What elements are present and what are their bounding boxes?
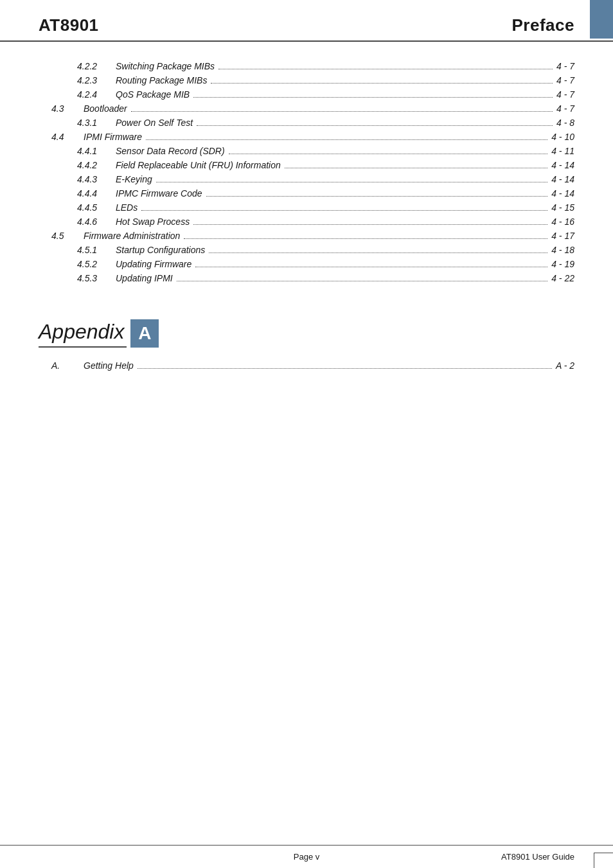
toc-page: 4 - 7 [556,75,574,85]
toc-title: Sensor Data Record (SDR) [116,146,225,156]
toc-title: Hot Swap Process [116,217,190,227]
toc-entry: 4.2.4QoS Package MIB4 - 7 [64,89,574,100]
toc-entry: 4.4.2Field Replaceable Unit (FRU) Inform… [64,160,574,170]
toc-entry: 4.4.3E-Keying4 - 14 [64,174,574,184]
toc-number: 4.4 [51,132,84,142]
toc-page: 4 - 14 [551,174,574,184]
toc-dots [206,196,548,197]
tab-bookmark [590,0,613,39]
toc-dots [184,238,547,239]
toc-page: 4 - 14 [551,188,574,199]
toc-title: Field Replaceable Unit (FRU) Information [116,160,281,170]
toc-entry: 4.5.1Startup Configurations4 - 18 [64,245,574,255]
toc-page: 4 - 10 [551,132,574,142]
toc-page: 4 - 22 [551,273,574,283]
appendix-text-wrapper: Appendix A [39,319,159,348]
toc-title: Power On Self Test [116,118,193,128]
toc-title: Firmware Administration [84,231,180,241]
toc-title: Bootloader [84,103,127,114]
toc-dots [211,83,553,84]
toc-entry: 4.4.5LEDs4 - 15 [64,202,574,213]
toc-title: QoS Package MIB [116,89,190,100]
toc-page: 4 - 8 [556,118,574,128]
toc-number: 4.3.1 [77,118,116,128]
toc-dots [156,182,547,182]
toc-number: 4.2.2 [77,61,116,71]
toc-entry: 4.2.3Routing Package MIBs4 - 7 [64,75,574,85]
toc-dots [131,111,553,112]
toc-container: 4.2.2Switching Package MIBs4 - 74.2.3Rou… [0,42,613,283]
toc-page: 4 - 15 [551,202,574,213]
toc-number: 4.5.3 [77,273,116,283]
header-right-title: Preface [512,15,574,35]
toc-dots [229,154,548,154]
toc-dots [285,168,547,168]
toc-page: 4 - 7 [556,61,574,71]
header: AT8901 Preface [0,0,613,42]
toc-page: 4 - 7 [556,89,574,100]
toc-entry: 4.4.6Hot Swap Process4 - 16 [64,217,574,227]
toc-number: 4.2.4 [77,89,116,100]
toc-dots [197,125,553,126]
appendix-toc-entry: A.Getting HelpA - 2 [64,360,574,371]
toc-entry: 4.3.1Power On Self Test4 - 8 [64,118,574,128]
toc-dots [193,224,547,225]
toc-page: 4 - 7 [556,103,574,114]
toc-page: 4 - 16 [551,217,574,227]
appendix-toc-page: A - 2 [556,360,574,371]
toc-number: 4.5.1 [77,245,116,255]
header-left-title: AT8901 [39,15,99,35]
toc-page: 4 - 17 [551,231,574,241]
appendix-box: A [130,319,159,348]
toc-page: 4 - 11 [551,146,574,156]
footer: Page v AT8901 User Guide [0,845,613,868]
toc-number: 4.4.6 [77,217,116,227]
toc-dots [141,210,547,211]
appendix-toc-number: A. [51,360,84,371]
page-container: AT8901 Preface 4.2.2Switching Package MI… [0,0,613,868]
toc-dots [209,252,547,253]
appendix-toc: A.Getting HelpA - 2 [39,360,574,371]
toc-title: LEDs [116,202,138,213]
toc-title: Routing Package MIBs [116,75,207,85]
toc-dots [146,139,547,140]
toc-number: 4.4.2 [77,160,116,170]
toc-dots [195,267,547,267]
toc-entry: 4.5.3Updating IPMI4 - 22 [64,273,574,283]
appendix-box-letter: A [138,323,151,344]
toc-dots [218,69,553,69]
appendix-section: Appendix A A.Getting HelpA - 2 [0,287,613,371]
toc-title: IPMI Firmware [84,132,142,142]
toc-number: 4.4.4 [77,188,116,199]
toc-page: 4 - 14 [551,160,574,170]
toc-number: 4.2.3 [77,75,116,85]
toc-dots [177,281,547,281]
toc-entry: 4.3Bootloader4 - 7 [64,103,574,114]
footer-corner-box [594,853,613,868]
toc-number: 4.4.5 [77,202,116,213]
appendix-label: Appendix [39,320,127,348]
toc-title: Switching Package MIBs [116,61,215,71]
appendix-toc-title: Getting Help [84,360,134,371]
toc-title: Startup Configurations [116,245,205,255]
toc-entry: 4.4.4IPMC Firmware Code4 - 14 [64,188,574,199]
appendix-toc-dots [138,368,552,369]
toc-number: 4.5.2 [77,259,116,269]
toc-title: E-Keying [116,174,152,184]
toc-number: 4.5 [51,231,84,241]
toc-dots [193,97,553,98]
toc-entry: 4.4.1Sensor Data Record (SDR)4 - 11 [64,146,574,156]
toc-number: 4.4.1 [77,146,116,156]
toc-entry: 4.5.2Updating Firmware4 - 19 [64,259,574,269]
toc-page: 4 - 19 [551,259,574,269]
toc-number: 4.4.3 [77,174,116,184]
appendix-header: Appendix A [39,319,574,348]
toc-title: Updating IPMI [116,273,173,283]
toc-title: Updating Firmware [116,259,191,269]
toc-number: 4.3 [51,103,84,114]
toc-title: IPMC Firmware Code [116,188,202,199]
footer-center-text: Page v [294,852,319,862]
toc-entry: 4.2.2Switching Package MIBs4 - 7 [64,61,574,71]
toc-page: 4 - 18 [551,245,574,255]
footer-right-text: AT8901 User Guide [501,852,574,862]
